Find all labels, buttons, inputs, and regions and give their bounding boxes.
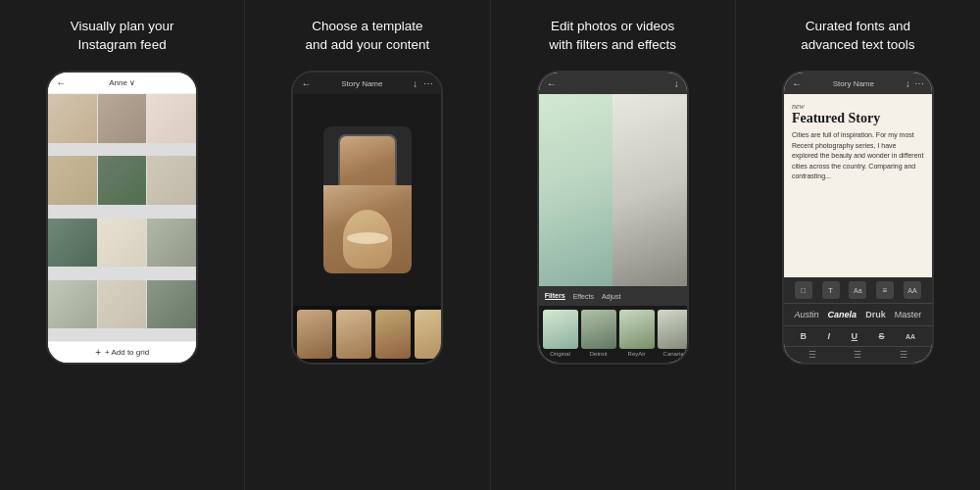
font-master[interactable]: Master [891,308,926,321]
strike-button[interactable]: S [875,329,889,343]
font-canela[interactable]: Canela [824,308,861,321]
back-icon: ← [792,78,802,89]
plus-icon: + [95,347,101,358]
add-to-grid-label: + Add to grid [105,348,149,357]
template-title: Story Name [341,79,382,88]
align-left-icon[interactable]: ☰ [808,350,816,360]
font-size-icon[interactable]: Aa [849,281,866,299]
filter-tabs: Filters Effects Adjust [539,286,687,306]
story-body-text: Cities are full of inspiration. For my m… [792,130,924,182]
story-title-text: Featured Story [792,111,924,126]
template-thumb[interactable] [297,310,332,359]
text-header: ← Story Name ↓ ⋯ [784,73,932,94]
filter-image-right [612,94,687,286]
panel-template-title: Choose a template and add your content [305,18,429,57]
grid-cell [48,219,97,268]
back-icon: ← [547,78,557,89]
filter-strip: Original Detroit ReyAir Canarias Brighto… [539,306,687,363]
phone-feed: ← Anne ∨ + + Add to grid [46,71,198,365]
filter-image-left [539,94,613,286]
panel-template: Choose a template and add your content ←… [245,0,490,490]
font-austin[interactable]: Austin [790,308,822,321]
template-thumb[interactable] [415,310,441,359]
underline-button[interactable]: U [848,329,862,343]
filter-reyair[interactable]: ReyAir [619,310,655,359]
text-story-area: new Featured Story Cities are full of in… [784,94,932,277]
tab-effects[interactable]: Effects [573,293,594,300]
template-main [293,94,441,306]
template-header: ← Story Name ↓ ⋯ [293,73,441,94]
feed-footer[interactable]: + + Add to grid [48,341,196,363]
filter-canarias[interactable]: Canarias [658,310,687,359]
download-icon: ↓ [413,78,417,89]
grid-cell [48,280,97,329]
caps-button[interactable]: AA [902,331,919,342]
download-icon: ↓ [906,78,910,89]
feed-header: ← Anne ∨ [48,73,196,94]
filter-image-area [539,94,687,286]
align-right-icon[interactable]: ☰ [900,350,907,360]
panel-filters-title: Edit photos or videos with filters and e… [549,18,676,57]
story-card [323,126,412,273]
italic-button[interactable]: I [824,329,835,343]
grid-cell [98,219,147,268]
grid-cell [48,156,97,205]
text-keyboard: □ T Aa ≡ AA Austin Canela Druk Master B … [784,277,932,363]
phone-filters: ← ↓ Filters Effects Adjust Original [537,71,689,365]
template-thumbnails [293,306,441,363]
align-icon[interactable]: ≡ [876,281,894,299]
font-options-row: Austin Canela Druk Master [784,304,932,326]
text-tool-icon[interactable]: T [822,281,840,299]
template-thumb[interactable] [336,310,371,359]
grid-cell [147,280,196,329]
panel-texttools: Curated fonts and advanced text tools ← … [736,0,980,490]
feed-username: Anne ∨ [109,78,135,87]
story-new-label: new [792,102,924,111]
bold-button[interactable]: B [797,329,811,343]
panel-feed: Visually plan your Instagram feed ← Anne… [0,0,245,490]
format-row: B I U S AA [784,326,932,347]
grid-cell [98,280,147,329]
panel-filters: Edit photos or videos with filters and e… [491,0,736,490]
text-tools-row: □ T Aa ≡ AA [784,277,932,304]
grid-cell [147,219,196,268]
grid-cell [147,156,196,205]
template-thumb[interactable] [375,310,411,359]
text-story-header: Story Name [833,79,874,88]
font-druk[interactable]: Druk [861,308,890,321]
phone-texttools: ← Story Name ↓ ⋯ new Featured Story Citi… [782,71,934,365]
more-icon: ⋯ [423,78,433,89]
grid-cell [98,94,147,143]
tab-filters[interactable]: Filters [545,292,565,300]
phone-template: ← Story Name ↓ ⋯ [291,71,443,365]
filter-header: ← ↓ [539,73,687,94]
back-icon: ← [301,78,311,89]
grid-cell [98,156,147,205]
grid-cell [48,94,97,143]
download-icon: ↓ [674,78,679,89]
grid-cell [147,94,196,143]
panel-feed-title: Visually plan your Instagram feed [71,18,174,57]
tab-adjust[interactable]: Adjust [602,293,620,300]
feed-grid [48,94,196,341]
more-icon: ⋯ [914,78,924,89]
caps-icon[interactable]: AA [904,281,921,299]
filter-original[interactable]: Original [543,310,578,359]
filter-detroit[interactable]: Detroit [581,310,616,359]
align-center-icon[interactable]: ☰ [854,350,861,360]
panel-texttools-title: Curated fonts and advanced text tools [801,18,914,57]
box-tool-icon[interactable]: □ [795,281,812,299]
align-row: ☰ ☰ ☰ [784,347,932,363]
